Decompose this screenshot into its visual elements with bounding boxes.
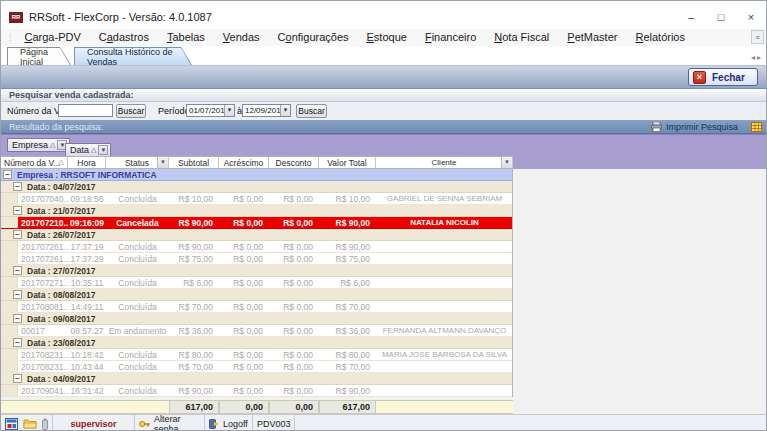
cell-status: Concluída <box>106 277 169 288</box>
group-row-empresa[interactable]: −Empresa : RRSOFT INFORMATICA <box>1 169 512 181</box>
tab-strip: Página Inicial Consulta Histórico de Ven… <box>1 46 766 65</box>
cell-cliente: NATALIA NICOLIN <box>376 217 512 228</box>
row-indent <box>1 277 18 288</box>
column-header-valor-total[interactable]: Valor Total <box>319 157 376 168</box>
menu-item-estoque[interactable]: Estoque <box>358 29 416 46</box>
cell-cliente <box>376 277 512 288</box>
chevron-down-icon[interactable]: ▼ <box>224 105 234 116</box>
menu-item-vendas[interactable]: Vendas <box>214 29 269 46</box>
menu-item-cadastros[interactable]: Cadastros <box>90 29 158 46</box>
grid-body: −Empresa : RRSOFT INFORMATICA−Data : 04/… <box>1 169 513 397</box>
buscar-numero-button[interactable]: Buscar <box>116 104 146 118</box>
tab-pagina-inicial[interactable]: Página Inicial <box>7 47 71 65</box>
cell-acrescimo: R$ 0,00 <box>219 193 269 204</box>
column-header-desconto[interactable]: Desconto <box>269 157 319 168</box>
table-row[interactable]: 201707210...09:16:09CanceladaR$ 90,00R$ … <box>1 217 512 229</box>
group-row-date[interactable]: −Data : 09/08/2017 <box>1 313 512 325</box>
table-row[interactable]: 0001708:57:27Em andamentoR$ 36,00R$ 0,00… <box>1 325 512 337</box>
maximize-button[interactable]: □ <box>706 7 736 27</box>
search-panel-title: Pesquisar venda cadastrada: <box>1 89 766 102</box>
menu-item-carga-pdv[interactable]: Carga-PDV <box>16 29 90 46</box>
group-row-date[interactable]: −Data : 23/08/2017 <box>1 337 512 349</box>
tab-consulta-historico-de-vendas[interactable]: Consulta Histórico de Vendas <box>74 47 192 65</box>
cell-subtotal: R$ 90,00 <box>169 241 219 252</box>
group-row-date[interactable]: −Data : 04/09/2017 <box>1 373 512 385</box>
group-row-date[interactable]: −Data : 21/07/2017 <box>1 205 512 217</box>
imprimir-pesquisa-button[interactable]: Imprimir Pesquisa <box>651 122 738 132</box>
column-header-hora[interactable]: Hora <box>68 157 106 168</box>
collapse-icon[interactable]: − <box>13 266 22 275</box>
date-from-combobox[interactable]: 01/07/2017 ▼ <box>186 104 235 117</box>
collapse-icon[interactable]: − <box>13 290 22 299</box>
table-row[interactable]: 201707261...17:37:29ConcluídaR$ 75,00R$ … <box>1 253 512 265</box>
group-row-date[interactable]: −Data : 04/07/2017 <box>1 181 512 193</box>
filter-dropdown-icon[interactable]: ▼ <box>157 157 168 168</box>
cell-hora: 14:49:11 <box>68 301 106 312</box>
group-row-date[interactable]: −Data : 08/08/2017 <box>1 289 512 301</box>
column-header-subtotal[interactable]: Subtotal <box>169 157 219 168</box>
collapse-icon[interactable]: − <box>13 314 22 323</box>
collapse-icon[interactable]: − <box>13 206 22 215</box>
app-window: RR RRSoft - FlexCorp - Versão: 4.0.1087 … <box>0 0 767 431</box>
menu-item-petmaster[interactable]: PetMaster <box>558 29 626 46</box>
cell-desconto: R$ 0,00 <box>269 253 319 264</box>
chevron-down-icon[interactable]: ▼ <box>280 105 290 116</box>
group-chip-empresa[interactable]: Empresa △ ▼ <box>7 138 70 152</box>
column-header-cliente[interactable]: Cliente▼ <box>376 157 513 168</box>
cell-acrescimo: R$ 0,00 <box>219 325 269 336</box>
group-row-date[interactable]: −Data : 26/07/2017 <box>1 229 512 241</box>
key-icon <box>139 419 150 429</box>
menu-item-financeiro[interactable]: Financeiro <box>416 29 485 46</box>
table-row[interactable]: 201708231...10:43:44ConcluídaR$ 70,00R$ … <box>1 361 512 373</box>
alterar-senha-button[interactable]: Alterar senha <box>135 415 205 431</box>
group-row-date-label: Data : 04/07/2017 <box>27 181 96 193</box>
collapse-icon[interactable]: − <box>13 182 22 191</box>
table-row[interactable]: 201709041...16:31:42ConcluídaR$ 90,00R$ … <box>1 385 512 397</box>
cell-acrescimo: R$ 0,00 <box>219 385 269 396</box>
table-row[interactable]: 201707261...17:37:19ConcluídaR$ 90,00R$ … <box>1 241 512 253</box>
collapse-icon[interactable]: − <box>13 338 22 347</box>
table-row[interactable]: 201708081...14:49:11ConcluídaR$ 70,00R$ … <box>1 301 512 313</box>
cell-acrescimo: R$ 0,00 <box>219 217 269 228</box>
filter-dropdown-icon[interactable]: ▼ <box>98 145 108 155</box>
minimize-button[interactable]: – <box>676 7 706 27</box>
tab-scroll-arrows[interactable]: ◂▸ <box>751 53 763 62</box>
toolbar-overflow-button[interactable]: ≡ <box>751 30 764 44</box>
row-indent <box>1 325 18 336</box>
table-row[interactable]: 201707040...09:18:56ConcluídaR$ 10,00R$ … <box>1 193 512 205</box>
cell-cliente <box>376 253 512 264</box>
export-grid-icon[interactable] <box>751 122 762 132</box>
fechar-button[interactable]: × Fechar <box>688 68 758 86</box>
menu-item-relat-rios[interactable]: Relatórios <box>626 29 694 46</box>
table-row[interactable]: 201708231...10:18:42ConcluídaR$ 80,00R$ … <box>1 349 512 361</box>
logoff-button[interactable]: Logoff <box>205 415 253 431</box>
date-to-combobox[interactable]: 12/09/2017 ▼ <box>242 104 291 117</box>
row-indent <box>1 361 18 372</box>
collapse-icon[interactable]: − <box>13 374 22 383</box>
menu-item-configura-es[interactable]: Configurações <box>269 29 358 46</box>
buscar-periodo-button[interactable]: Buscar <box>296 104 327 118</box>
app-icon: RR <box>9 12 23 23</box>
menu-item-nota-fiscal[interactable]: Nota Fiscal <box>485 29 558 46</box>
collapse-icon[interactable]: − <box>13 230 22 239</box>
filter-dropdown-icon[interactable]: ▼ <box>501 157 512 168</box>
group-chip-data[interactable]: Data △ ▼ <box>65 143 111 157</box>
column-header-numero[interactable]: Número da V...△ <box>1 157 68 168</box>
cell-desconto: R$ 0,00 <box>269 193 319 204</box>
table-row[interactable]: 201707271...10:35:11ConcluídaR$ 6,00R$ 0… <box>1 277 512 289</box>
cell-numero: 201707040... <box>18 193 68 204</box>
battery-icon[interactable] <box>42 418 48 430</box>
column-header-status[interactable]: Status▼ <box>106 157 169 168</box>
folder-icon[interactable] <box>23 418 37 429</box>
numero-venda-input[interactable] <box>58 104 113 117</box>
menu-item-tabelas[interactable]: Tabelas <box>158 29 214 46</box>
app-grid-icon[interactable] <box>5 418 18 430</box>
window-controls: – □ × <box>676 7 766 27</box>
toolbar-band: × Fechar <box>1 65 766 89</box>
cell-numero: 201707210... <box>18 217 68 228</box>
close-button[interactable]: × <box>736 7 766 27</box>
column-header-acrescimo[interactable]: Acréscimo <box>219 157 269 168</box>
group-row-date[interactable]: −Data : 27/07/2017 <box>1 265 512 277</box>
cell-status: Em andamento <box>106 325 169 336</box>
collapse-icon[interactable]: − <box>3 170 12 179</box>
